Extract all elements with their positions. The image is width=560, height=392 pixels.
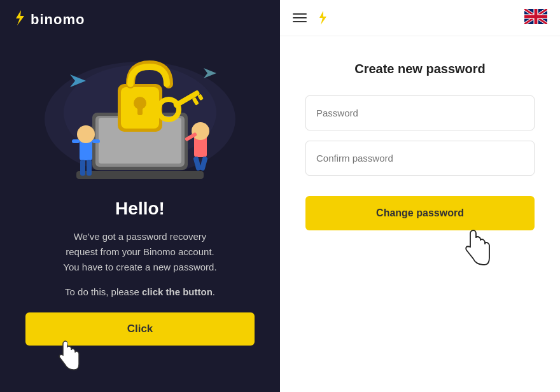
svg-marker-0 [16,10,24,25]
illustration-svg [32,49,248,189]
svg-rect-6 [76,171,204,179]
left-description: We've got a password recovery request fr… [63,229,216,275]
form-title: Create new password [354,62,486,76]
password-group [305,95,535,130]
svg-marker-29 [319,11,326,25]
left-content: Hello! We've got a password recovery req… [38,192,242,306]
left-panel: binomo [0,0,280,392]
logo-area: binomo [0,0,280,39]
header-left [293,11,327,25]
logo-lightning-icon [13,10,25,29]
cursor-hand-right [459,229,490,269]
svg-rect-38 [524,15,547,18]
desc-line1: We've got a password recovery [74,231,207,242]
header-bolt-icon [317,11,327,25]
svg-rect-10 [137,105,143,115]
confirm-password-input[interactable] [305,141,535,176]
illustration-area [0,39,280,192]
right-panel: Create new password Change password [280,0,560,392]
cta-text: To do this, please click the button. [63,286,216,297]
svg-rect-20 [92,139,100,143]
svg-rect-19 [72,139,80,143]
right-main: Create new password Change password [280,36,560,392]
svg-rect-18 [87,160,92,176]
password-input[interactable] [305,95,535,130]
logo-text: binomo [31,11,85,28]
confirm-password-group [305,141,535,176]
svg-point-22 [192,122,209,140]
svg-rect-17 [80,160,85,176]
click-button[interactable]: Click [25,312,255,346]
hello-title: Hello! [63,199,216,219]
svg-point-16 [77,125,95,143]
svg-marker-27 [204,68,216,78]
desc-line2: request from your Binomo account. [66,246,214,257]
click-btn-area: Click [0,312,280,346]
language-flag[interactable] [524,9,547,27]
change-password-button[interactable]: Change password [305,196,535,230]
desc-line3: You have to create a new password. [63,262,216,272]
right-header [280,0,560,36]
menu-icon[interactable] [293,13,307,22]
